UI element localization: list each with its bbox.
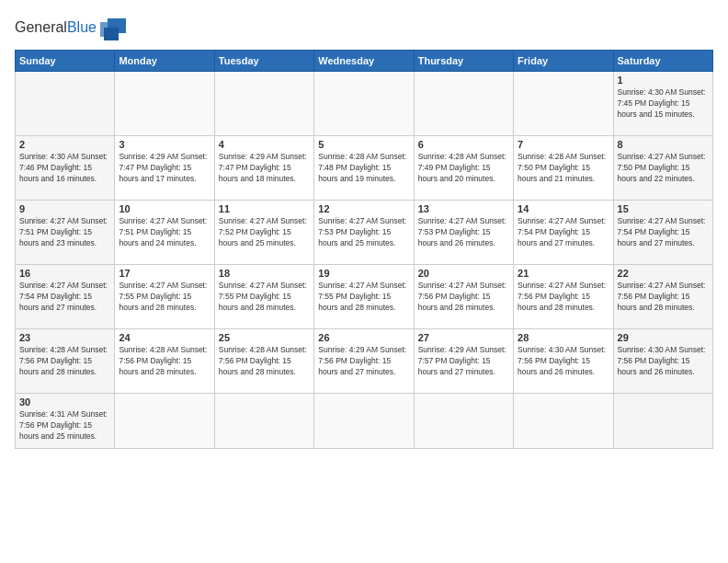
weekday-header-monday: Monday	[115, 51, 214, 72]
day-number: 29	[618, 332, 709, 343]
day-number: 2	[19, 139, 110, 150]
day-info: Sunrise: 4:27 AM Sunset: 7:56 PM Dayligh…	[518, 281, 609, 314]
day-info: Sunrise: 4:31 AM Sunset: 7:56 PM Dayligh…	[19, 409, 110, 442]
calendar-cell: 26Sunrise: 4:29 AM Sunset: 7:56 PM Dayli…	[314, 329, 414, 394]
day-info: Sunrise: 4:27 AM Sunset: 7:56 PM Dayligh…	[418, 281, 509, 314]
day-number: 4	[219, 139, 310, 150]
svg-marker-2	[104, 28, 119, 40]
calendar-cell: 24Sunrise: 4:28 AM Sunset: 7:56 PM Dayli…	[115, 329, 214, 394]
week-row-4: 16Sunrise: 4:27 AM Sunset: 7:54 PM Dayli…	[16, 265, 713, 329]
calendar-cell: 9Sunrise: 4:27 AM Sunset: 7:51 PM Daylig…	[16, 201, 115, 265]
day-info: Sunrise: 4:28 AM Sunset: 7:56 PM Dayligh…	[119, 345, 210, 378]
calendar-cell: 14Sunrise: 4:27 AM Sunset: 7:54 PM Dayli…	[514, 201, 613, 265]
calendar-cell	[414, 72, 513, 136]
day-number: 12	[318, 203, 409, 214]
calendar-cell	[115, 394, 214, 449]
calendar-cell: 10Sunrise: 4:27 AM Sunset: 7:51 PM Dayli…	[115, 201, 214, 265]
day-info: Sunrise: 4:27 AM Sunset: 7:56 PM Dayligh…	[618, 281, 709, 314]
day-number: 23	[19, 332, 110, 343]
day-info: Sunrise: 4:27 AM Sunset: 7:55 PM Dayligh…	[318, 281, 409, 314]
day-info: Sunrise: 4:28 AM Sunset: 7:56 PM Dayligh…	[219, 345, 310, 378]
day-info: Sunrise: 4:29 AM Sunset: 7:57 PM Dayligh…	[418, 345, 509, 378]
calendar-cell: 1Sunrise: 4:30 AM Sunset: 7:45 PM Daylig…	[613, 72, 712, 136]
weekday-header-sunday: Sunday	[16, 51, 115, 72]
day-info: Sunrise: 4:29 AM Sunset: 7:56 PM Dayligh…	[318, 345, 409, 378]
calendar-cell: 23Sunrise: 4:28 AM Sunset: 7:56 PM Dayli…	[16, 329, 115, 394]
calendar-cell: 7Sunrise: 4:28 AM Sunset: 7:50 PM Daylig…	[514, 136, 613, 201]
day-number: 27	[418, 332, 509, 343]
calendar-cell	[613, 394, 712, 449]
day-number: 1	[618, 75, 709, 86]
day-number: 10	[119, 203, 210, 214]
day-number: 14	[518, 203, 609, 214]
weekday-header-tuesday: Tuesday	[214, 51, 313, 72]
calendar-cell: 2Sunrise: 4:30 AM Sunset: 7:46 PM Daylig…	[16, 136, 115, 201]
calendar-cell: 22Sunrise: 4:27 AM Sunset: 7:56 PM Dayli…	[613, 265, 712, 329]
calendar-cell: 16Sunrise: 4:27 AM Sunset: 7:54 PM Dayli…	[16, 265, 115, 329]
day-info: Sunrise: 4:27 AM Sunset: 7:53 PM Dayligh…	[418, 216, 509, 249]
page-header: GeneralBlue	[15, 15, 713, 40]
calendar-cell	[214, 72, 313, 136]
day-info: Sunrise: 4:27 AM Sunset: 7:51 PM Dayligh…	[119, 216, 210, 249]
day-number: 5	[318, 139, 409, 150]
day-info: Sunrise: 4:27 AM Sunset: 7:55 PM Dayligh…	[219, 281, 310, 314]
day-number: 30	[19, 396, 110, 408]
day-info: Sunrise: 4:30 AM Sunset: 7:45 PM Dayligh…	[618, 87, 709, 121]
day-info: Sunrise: 4:27 AM Sunset: 7:52 PM Dayligh…	[219, 216, 310, 249]
calendar-cell	[314, 394, 414, 449]
day-number: 16	[19, 268, 110, 279]
day-number: 15	[618, 203, 709, 214]
day-number: 22	[618, 268, 709, 279]
day-info: Sunrise: 4:27 AM Sunset: 7:55 PM Dayligh…	[119, 281, 210, 314]
calendar-cell: 15Sunrise: 4:27 AM Sunset: 7:54 PM Dayli…	[613, 201, 712, 265]
week-row-3: 9Sunrise: 4:27 AM Sunset: 7:51 PM Daylig…	[16, 201, 713, 265]
day-info: Sunrise: 4:27 AM Sunset: 7:53 PM Dayligh…	[318, 216, 409, 249]
calendar-cell	[414, 394, 513, 449]
day-info: Sunrise: 4:30 AM Sunset: 7:56 PM Dayligh…	[518, 345, 609, 378]
week-row-2: 2Sunrise: 4:30 AM Sunset: 7:46 PM Daylig…	[16, 136, 713, 201]
day-number: 9	[19, 203, 110, 214]
calendar-cell: 3Sunrise: 4:29 AM Sunset: 7:47 PM Daylig…	[115, 136, 214, 201]
weekday-header-row: SundayMondayTuesdayWednesdayThursdayFrid…	[16, 51, 713, 72]
calendar-cell: 5Sunrise: 4:28 AM Sunset: 7:48 PM Daylig…	[314, 136, 414, 201]
weekday-header-friday: Friday	[514, 51, 613, 72]
calendar-cell	[16, 72, 115, 136]
calendar-cell: 12Sunrise: 4:27 AM Sunset: 7:53 PM Dayli…	[314, 201, 414, 265]
calendar-cell	[314, 72, 414, 136]
logo-general: General	[15, 19, 67, 35]
day-number: 7	[518, 139, 609, 150]
day-info: Sunrise: 4:28 AM Sunset: 7:50 PM Dayligh…	[518, 152, 609, 185]
day-number: 8	[618, 139, 709, 150]
day-number: 11	[219, 203, 310, 214]
calendar-cell: 28Sunrise: 4:30 AM Sunset: 7:56 PM Dayli…	[514, 329, 613, 394]
day-number: 20	[418, 268, 509, 279]
day-info: Sunrise: 4:27 AM Sunset: 7:54 PM Dayligh…	[19, 281, 110, 314]
day-number: 28	[518, 332, 609, 343]
calendar-cell: 18Sunrise: 4:27 AM Sunset: 7:55 PM Dayli…	[214, 265, 313, 329]
calendar-cell: 20Sunrise: 4:27 AM Sunset: 7:56 PM Dayli…	[414, 265, 513, 329]
day-number: 17	[119, 268, 210, 279]
day-info: Sunrise: 4:29 AM Sunset: 7:47 PM Dayligh…	[119, 152, 210, 185]
logo-text: GeneralBlue	[15, 19, 97, 36]
calendar-cell	[514, 72, 613, 136]
calendar-cell	[214, 394, 313, 449]
calendar-cell: 30Sunrise: 4:31 AM Sunset: 7:56 PM Dayli…	[16, 394, 115, 449]
calendar-cell: 27Sunrise: 4:29 AM Sunset: 7:57 PM Dayli…	[414, 329, 513, 394]
calendar-cell: 21Sunrise: 4:27 AM Sunset: 7:56 PM Dayli…	[514, 265, 613, 329]
day-info: Sunrise: 4:28 AM Sunset: 7:48 PM Dayligh…	[318, 152, 409, 185]
week-row-1: 1Sunrise: 4:30 AM Sunset: 7:45 PM Daylig…	[16, 72, 713, 136]
calendar-cell: 4Sunrise: 4:29 AM Sunset: 7:47 PM Daylig…	[214, 136, 313, 201]
calendar-cell	[514, 394, 613, 449]
week-row-5: 23Sunrise: 4:28 AM Sunset: 7:56 PM Dayli…	[16, 329, 713, 394]
day-info: Sunrise: 4:29 AM Sunset: 7:47 PM Dayligh…	[219, 152, 310, 185]
day-info: Sunrise: 4:27 AM Sunset: 7:54 PM Dayligh…	[618, 216, 709, 249]
day-number: 13	[418, 203, 509, 214]
calendar-cell	[115, 72, 214, 136]
day-number: 3	[119, 139, 210, 150]
day-number: 26	[318, 332, 409, 343]
day-number: 19	[318, 268, 409, 279]
calendar-cell: 19Sunrise: 4:27 AM Sunset: 7:55 PM Dayli…	[314, 265, 414, 329]
day-info: Sunrise: 4:30 AM Sunset: 7:46 PM Dayligh…	[19, 152, 110, 185]
logo: GeneralBlue	[15, 15, 130, 40]
day-number: 18	[219, 268, 310, 279]
